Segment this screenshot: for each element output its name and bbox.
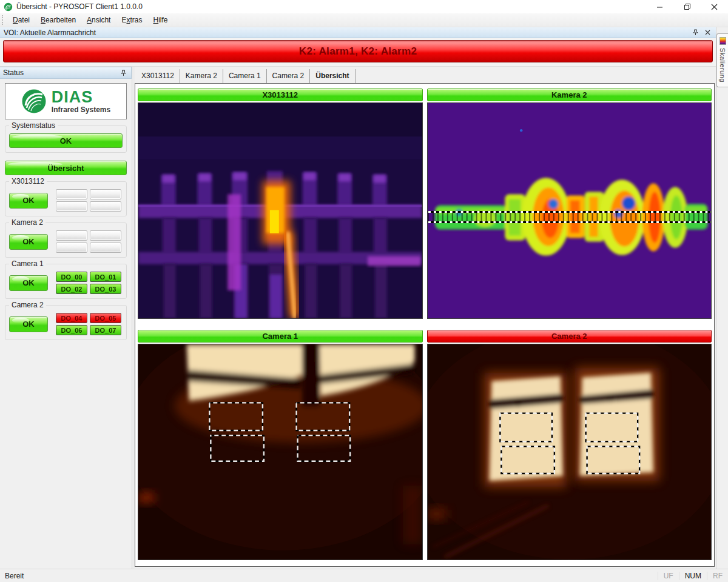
camera-image-camera-2[interactable] [427, 344, 712, 560]
camera1-do-00-button[interactable]: DO_00 [56, 272, 87, 282]
menu-bar: Datei Bearbeiten Ansicht Extras Hilfe [0, 13, 728, 27]
pin-icon[interactable] [118, 69, 128, 77]
menu-item-extras[interactable]: Extras [116, 14, 147, 26]
menu-item-hilfe[interactable]: Hilfe [148, 14, 174, 26]
tab-camera-2[interactable]: Camera 2 [267, 69, 311, 83]
x3013112-do-button-3[interactable] [90, 201, 121, 212]
menu-item-ansicht[interactable]: Ansicht [81, 14, 116, 26]
camera-panel-x3013112: X3013112 [138, 89, 423, 319]
camera-panel-camera-1: Camera 1 [138, 330, 423, 560]
camera2-do-07-button[interactable]: DO_07 [90, 325, 121, 335]
alarm-message: K2: Alarm1, K2: Alarm2 [3, 40, 713, 62]
kamera2-ok-button[interactable]: OK [9, 234, 48, 250]
thermal-image-kamera-2[interactable] [427, 102, 712, 319]
group-label: Camera 1 [9, 259, 46, 268]
app-logo-icon [4, 2, 13, 12]
indicator-num: NUM [679, 572, 707, 580]
systemstatus-label: Systemstatus [9, 121, 58, 130]
camera2-do-06-button[interactable]: DO_06 [56, 325, 87, 335]
view-tabstrip: X3013112 Kamera 2 Camera 1 Camera 2 Über… [135, 67, 715, 83]
camera-panel-camera-2: Camera 2 [427, 330, 712, 560]
camera1-do-03-button[interactable]: DO_03 [90, 284, 121, 294]
x3013112-ok-button[interactable]: OK [9, 193, 48, 209]
overview-grid: X3013112 [135, 83, 715, 567]
alarm-area: K2: Alarm1, K2: Alarm2 [0, 38, 716, 67]
thermal-image-x3013112[interactable] [138, 102, 423, 319]
x3013112-do-button-0[interactable] [56, 189, 87, 199]
kamera2-do-button-3[interactable] [90, 242, 121, 253]
group-label: Camera 2 [9, 301, 46, 309]
application-window: Übersicht - PYROSOFT Client1 1.0.0.0 Dat… [0, 0, 728, 582]
camera2-ok-button[interactable]: OK [9, 316, 48, 332]
main-area: X3013112 Kamera 2 Camera 1 Camera 2 Über… [135, 67, 716, 569]
status-panel-title: Status [3, 69, 24, 77]
kamera2-do-button-0[interactable] [56, 230, 87, 241]
brand-tagline: Infrared Systems [52, 106, 110, 113]
indicator-rf: RF [707, 572, 728, 580]
kamera2-do-button-2[interactable] [56, 242, 87, 253]
group-label: Kamera 2 [9, 218, 46, 227]
window-title: Übersicht - PYROSOFT Client1 1.0.0.0 [16, 2, 143, 11]
palette-icon [720, 37, 726, 45]
camera-panel-title: Camera 2 [427, 330, 712, 343]
camera-panel-title: X3013112 [138, 89, 423, 101]
camera2-do-05-button[interactable]: DO_05 [90, 313, 121, 323]
restore-button[interactable] [673, 0, 701, 13]
camera2-do-04-button[interactable]: DO_04 [56, 313, 87, 323]
dias-logo-icon [21, 89, 47, 114]
minimize-button[interactable] [646, 0, 673, 13]
title-bar: Übersicht - PYROSOFT Client1 1.0.0.0 [0, 0, 728, 13]
indicator-uf: UF [658, 572, 679, 580]
group-x3013112: X3013112 OK [5, 181, 127, 216]
scaling-tab-label: Skalierung [719, 48, 726, 82]
camera-panel-title: Camera 1 [138, 330, 423, 343]
tab-uebersicht[interactable]: Übersicht [310, 69, 355, 83]
close-button[interactable] [701, 0, 728, 13]
group-label: X3013112 [9, 177, 47, 186]
camera1-do-01-button[interactable]: DO_01 [90, 272, 121, 282]
overview-button[interactable]: Übersicht [5, 161, 127, 175]
alarm-panel-title: VOI: Aktuelle Alarmnachricht [4, 28, 96, 37]
camera-image-camera-1[interactable] [138, 344, 423, 560]
right-dock-strip: Skalierung [716, 27, 728, 569]
status-panel-header: Status [0, 67, 132, 79]
camera-panel-kamera-2: Kamera 2 [427, 89, 712, 319]
brand-name: DIAS [52, 89, 110, 105]
tab-kamera-2[interactable]: Kamera 2 [180, 69, 223, 83]
status-sidebar: Status [0, 67, 132, 569]
scaling-tab[interactable]: Skalierung [716, 33, 728, 87]
group-camera-2: Camera 2 OK DO_04 DO_05 DO_06 DO_07 [5, 305, 127, 340]
group-camera-1: Camera 1 OK DO_00 DO_01 DO_02 DO_03 [5, 264, 127, 299]
dias-logo: DIAS Infrared Systems [5, 83, 127, 119]
kamera2-do-button-1[interactable] [90, 230, 121, 241]
toolbar-grip [2, 15, 5, 25]
menu-item-bearbeiten[interactable]: Bearbeiten [35, 14, 81, 26]
x3013112-do-button-1[interactable] [90, 189, 121, 199]
group-kamera-2: Kamera 2 OK [5, 222, 127, 258]
menu-item-datei[interactable]: Datei [7, 14, 35, 26]
status-bar: Bereit UF NUM RF [0, 569, 728, 582]
systemstatus-group: Systemstatus OK [5, 125, 127, 153]
alarm-panel-header: VOI: Aktuelle Alarmnachricht [0, 27, 716, 38]
camera1-ok-button[interactable]: OK [9, 275, 48, 291]
camera-panel-title: Kamera 2 [427, 89, 712, 101]
status-ready-text: Bereit [5, 572, 24, 580]
camera1-do-02-button[interactable]: DO_02 [56, 284, 87, 294]
close-panel-icon[interactable] [703, 28, 712, 37]
x3013112-do-button-2[interactable] [56, 201, 87, 212]
systemstatus-ok-button[interactable]: OK [9, 133, 123, 148]
tab-camera-1[interactable]: Camera 1 [223, 69, 267, 83]
tab-x3013112[interactable]: X3013112 [136, 69, 180, 83]
pin-icon[interactable] [690, 28, 700, 37]
